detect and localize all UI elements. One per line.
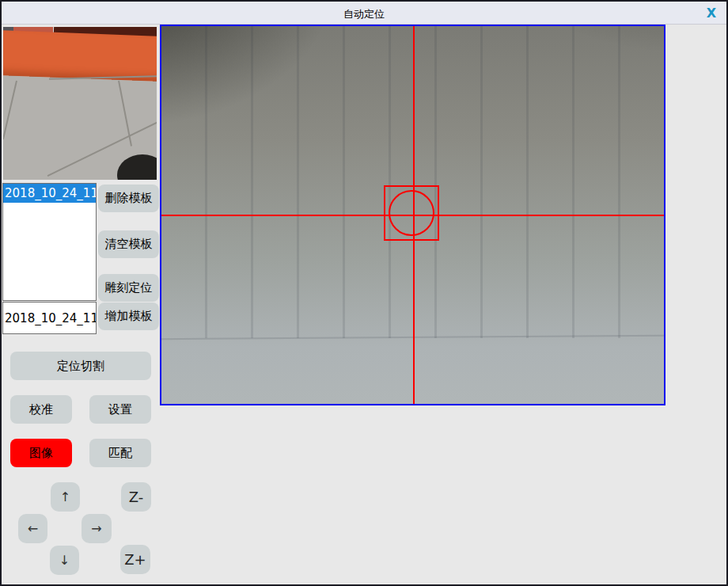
camera-view[interactable] [160,25,665,405]
jog-z-minus-button[interactable]: Z- [121,482,151,512]
add-template-button[interactable]: 增加模板 [98,303,159,330]
jog-up-button[interactable]: ↑ [51,482,80,512]
engrave-position-button[interactable]: 雕刻定位 [98,274,159,302]
jog-z-plus-button[interactable]: Z+ [120,545,150,574]
jog-left-button[interactable]: ← [18,514,47,543]
thumbnail-dark-object [117,154,157,180]
clear-templates-button[interactable]: 清空模板 [98,230,159,258]
thumbnail-orange-beam [3,30,157,82]
delete-template-button[interactable]: 删除模板 [98,185,159,212]
jog-down-button[interactable]: ↓ [50,546,79,575]
template-preview-thumbnail [3,27,157,180]
jog-right-button[interactable]: → [82,514,112,543]
settings-button[interactable]: 设置 [89,395,151,424]
template-list-item-selected[interactable]: 2018_10_24_11 [3,184,96,203]
thumbnail-grout-line [3,81,17,140]
calibrate-button[interactable]: 校准 [10,395,72,424]
image-button-active[interactable]: 图像 [10,439,72,467]
template-name-input[interactable] [2,302,97,334]
target-circle-marker [389,190,434,236]
match-button[interactable]: 匹配 [89,439,151,467]
dialog-title: 自动定位 [2,7,726,21]
template-list[interactable]: 2018_10_24_11 [2,183,97,301]
title-bar: 自动定位 X [2,2,726,25]
position-cut-button[interactable]: 定位切割 [10,352,151,380]
auto-position-dialog: 自动定位 X 2018_10_24_11 删除模板 清空模板 雕刻定位 增加模板… [0,0,728,586]
close-icon[interactable]: X [703,5,720,22]
